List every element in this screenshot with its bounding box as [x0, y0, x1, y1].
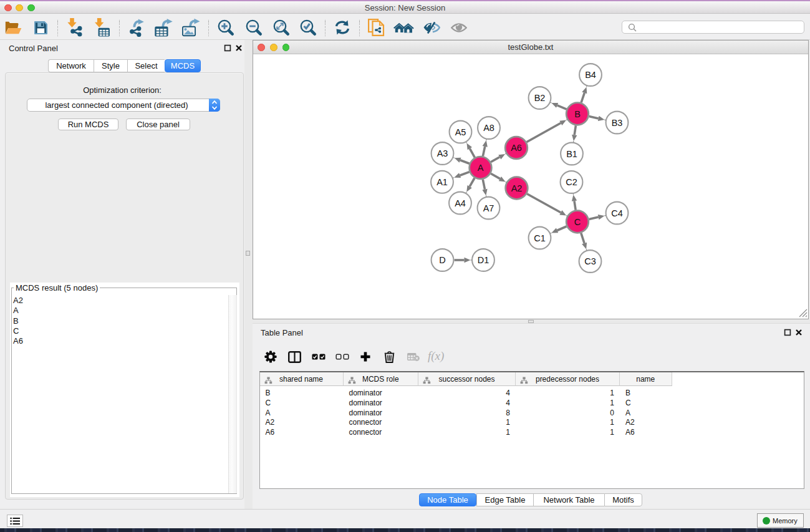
svg-text:A4: A4 [455, 198, 466, 208]
svg-text:C2: C2 [566, 177, 577, 187]
svg-text:C1: C1 [534, 233, 546, 243]
svg-text:C: C [574, 217, 581, 227]
svg-text:C3: C3 [584, 256, 596, 266]
svg-text:A2: A2 [511, 183, 523, 193]
svg-text:D1: D1 [478, 255, 489, 265]
svg-text:D: D [439, 255, 445, 265]
svg-text:B: B [574, 109, 581, 119]
svg-text:B4: B4 [585, 70, 596, 80]
svg-text:A: A [478, 163, 484, 173]
svg-text:B3: B3 [612, 118, 623, 128]
svg-text:C4: C4 [611, 208, 623, 218]
svg-text:A5: A5 [455, 127, 466, 137]
svg-text:B2: B2 [534, 93, 546, 103]
svg-text:A3: A3 [437, 148, 448, 158]
svg-text:A6: A6 [511, 143, 522, 153]
svg-text:B1: B1 [566, 149, 577, 159]
svg-text:A8: A8 [483, 123, 494, 133]
svg-text:A1: A1 [436, 177, 448, 187]
svg-text:A7: A7 [483, 203, 494, 213]
